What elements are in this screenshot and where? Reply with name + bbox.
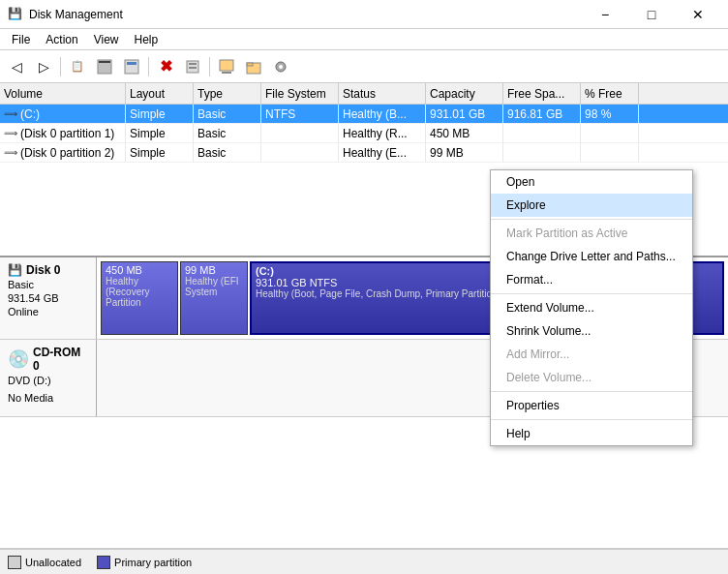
ctx-separator-2: [491, 293, 692, 294]
delete-button[interactable]: ✖: [153, 54, 178, 79]
format-button[interactable]: [180, 54, 205, 79]
cell-layout: Simple: [126, 124, 194, 142]
legend-unallocated-box: [8, 556, 21, 569]
ctx-explore[interactable]: Explore: [491, 194, 692, 217]
explore-button[interactable]: [241, 54, 266, 79]
cdrom-icon: 💿: [8, 348, 29, 370]
window-title: Disk Management: [29, 8, 123, 21]
rescan-button[interactable]: [92, 54, 117, 79]
legend-unallocated: Unallocated: [8, 556, 81, 569]
svg-rect-7: [220, 60, 233, 71]
ctx-extend[interactable]: Extend Volume...: [491, 296, 692, 319]
cell-freepct: [581, 124, 639, 142]
col-header-filesystem[interactable]: File System: [261, 83, 339, 104]
cell-capacity: 931.01 GB: [426, 105, 503, 123]
svg-rect-10: [247, 63, 253, 66]
close-button[interactable]: ✕: [676, 0, 720, 29]
ctx-help[interactable]: Help: [491, 422, 692, 445]
legend-primary: Primary partition: [97, 556, 192, 569]
cell-type: Basic: [194, 124, 261, 142]
cell-freespace: [503, 124, 581, 142]
menu-item-help[interactable]: Help: [127, 31, 167, 48]
disk-0-label: 💾 Disk 0 Basic 931.54 GB Online: [0, 257, 97, 339]
ctx-open[interactable]: Open: [491, 170, 692, 194]
col-header-freespace[interactable]: Free Spa...: [503, 83, 581, 104]
svg-rect-6: [189, 67, 197, 69]
menu-item-action[interactable]: Action: [38, 31, 85, 48]
title-bar: 💾 Disk Management − □ ✕: [0, 0, 728, 29]
partition-efi[interactable]: 99 MB Healthy (EFI System: [180, 261, 248, 335]
svg-rect-8: [222, 72, 231, 74]
partition-recovery[interactable]: 450 MB Healthy (Recovery Partition: [101, 261, 178, 335]
cell-freepct: [581, 143, 639, 162]
disk-0-type: Basic: [8, 279, 88, 290]
minimize-button[interactable]: −: [583, 0, 627, 29]
window-controls: − □ ✕: [583, 0, 720, 29]
menu-bar: FileActionViewHelp: [0, 29, 728, 50]
disk-properties-button[interactable]: [119, 54, 144, 79]
context-menu: Open Explore Mark Partition as Active Ch…: [490, 169, 693, 446]
svg-point-12: [279, 65, 283, 69]
table-row[interactable]: ⟹ (Disk 0 partition 2) Simple Basic Heal…: [0, 143, 728, 163]
col-header-type[interactable]: Type: [194, 83, 261, 104]
forward-button[interactable]: ▷: [31, 54, 56, 79]
ctx-separator-1: [491, 219, 692, 220]
legend-primary-label: Primary partition: [114, 557, 192, 568]
cell-fs: NTFS: [261, 105, 339, 123]
ctx-separator-3: [491, 391, 692, 392]
cell-status: Healthy (R...: [339, 124, 426, 142]
ctx-mark-active: Mark Partition as Active: [491, 222, 692, 245]
ctx-change-letter[interactable]: Change Drive Letter and Paths...: [491, 245, 692, 268]
table-header: Volume Layout Type File System Status Ca…: [0, 83, 728, 105]
cell-freespace: [503, 143, 581, 162]
cell-volume: ⟹ (Disk 0 partition 2): [0, 143, 126, 162]
menu-item-view[interactable]: View: [86, 31, 127, 48]
col-header-layout[interactable]: Layout: [126, 83, 194, 104]
partition-efi-size: 99 MB: [185, 264, 243, 276]
cell-type: Basic: [194, 105, 261, 123]
ctx-format[interactable]: Format...: [491, 268, 692, 291]
toolbar-separator-3: [209, 57, 210, 76]
cell-fs: [261, 143, 339, 162]
properties-button[interactable]: 📋: [65, 54, 90, 79]
toolbar-separator-2: [148, 57, 149, 76]
svg-rect-3: [127, 62, 136, 65]
cell-status: Healthy (E...: [339, 143, 426, 162]
cell-freepct: 98 %: [581, 105, 639, 123]
toolbar: ◁ ▷ 📋 ✖: [0, 50, 728, 83]
svg-rect-1: [99, 61, 110, 63]
legend-primary-box: [97, 556, 110, 569]
cdrom-0-label: 💿 CD-ROM 0 DVD (D:) No Media: [0, 340, 97, 416]
ctx-properties[interactable]: Properties: [491, 394, 692, 417]
col-header-capacity[interactable]: Capacity: [426, 83, 503, 104]
col-header-volume[interactable]: Volume: [0, 83, 126, 104]
app-icon: 💾: [8, 7, 23, 22]
cdrom-0-name: CD-ROM 0: [33, 346, 88, 373]
cell-status: Healthy (B...: [339, 105, 426, 123]
ctx-add-mirror: Add Mirror...: [491, 343, 692, 366]
cell-volume: ⟹ (C:): [0, 105, 126, 123]
cell-layout: Simple: [126, 105, 194, 123]
status-bar: Unallocated Primary partition: [0, 549, 728, 574]
partition-efi-status: Healthy (EFI System: [185, 276, 243, 297]
svg-rect-5: [189, 63, 197, 65]
ctx-separator-4: [491, 419, 692, 420]
ctx-shrink[interactable]: Shrink Volume...: [491, 319, 692, 343]
settings-button[interactable]: [268, 54, 293, 79]
cell-capacity: 99 MB: [426, 143, 503, 162]
title-bar-left: 💾 Disk Management: [8, 7, 123, 22]
cell-fs: [261, 124, 339, 142]
col-header-freepct[interactable]: % Free: [581, 83, 639, 104]
disk-0-size: 931.54 GB: [8, 292, 88, 304]
toolbar-separator-1: [60, 57, 61, 76]
col-header-status[interactable]: Status: [339, 83, 426, 104]
table-row[interactable]: ⟹ (Disk 0 partition 1) Simple Basic Heal…: [0, 124, 728, 143]
maximize-button[interactable]: □: [629, 0, 674, 29]
add-button[interactable]: [214, 54, 239, 79]
cell-type: Basic: [194, 143, 261, 162]
back-button[interactable]: ◁: [4, 54, 29, 79]
disk-0-name: Disk 0: [26, 263, 60, 277]
cell-volume: ⟹ (Disk 0 partition 1): [0, 124, 126, 142]
menu-item-file[interactable]: File: [4, 31, 38, 48]
table-row[interactable]: ⟹ (C:) Simple Basic NTFS Healthy (B... 9…: [0, 105, 728, 124]
